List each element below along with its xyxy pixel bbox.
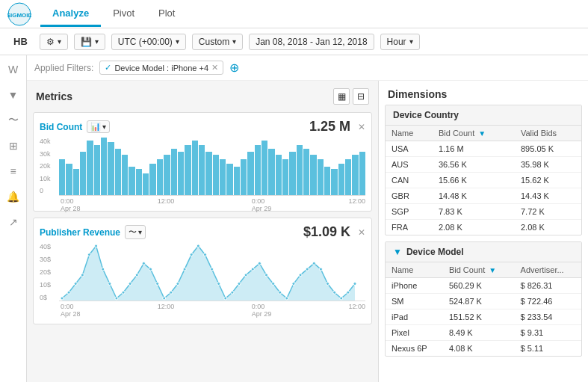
bar-item — [157, 159, 163, 195]
bar-item — [226, 164, 232, 195]
table-row: iPhone 560.29 K $ 826.31 — [386, 278, 581, 294]
filter-chip-device-model[interactable]: ✓ Device Model : iPhone +4 ✕ — [99, 61, 223, 75]
settings-button[interactable]: ⚙ ▾ — [40, 34, 68, 50]
x-label-apr28-12: 12:00 — [158, 197, 175, 212]
bar-item — [352, 155, 358, 195]
sidebar-icon-grid[interactable]: ⊞ — [5, 138, 22, 154]
sidebar-icon-chart[interactable]: 〜 — [5, 112, 22, 129]
svg-point-15 — [149, 268, 152, 271]
y-label-0: 0 — [40, 187, 58, 194]
svg-point-18 — [170, 291, 173, 294]
svg-point-12 — [129, 283, 131, 286]
date-range-selector[interactable]: Jan 08, 2018 - Jan 12, 2018 — [249, 34, 374, 50]
nav-tab-pivot[interactable]: Pivot — [101, 1, 146, 27]
table-row: AUS 36.56 K 35.98 K — [386, 157, 581, 173]
model-advertiser: $ 9.31 — [515, 325, 581, 341]
svg-point-44 — [347, 291, 350, 294]
svg-point-33 — [272, 283, 275, 286]
range-type-selector[interactable]: Custom ▾ — [192, 34, 243, 50]
country-name: FRA — [386, 220, 433, 235]
device-country-col-name: Name — [386, 126, 433, 141]
top-navigation: SIGMOID Analyze Pivot Plot — [0, 0, 588, 28]
bar-item — [255, 145, 261, 195]
nav-tab-analyze[interactable]: Analyze — [40, 1, 101, 27]
granularity-selector[interactable]: Hour ▾ — [380, 34, 420, 50]
model-advertiser: $ 826.31 — [515, 278, 581, 294]
bid-count-title: Bid Count — [40, 122, 82, 132]
bar-item — [94, 145, 100, 195]
country-valid-bids: 895.05 K — [515, 141, 581, 157]
svg-point-17 — [163, 297, 166, 300]
publisher-revenue-close[interactable]: ✕ — [358, 227, 365, 238]
left-sidebar: W ▼ 〜 ⊞ ≡ 🔔 ↗ — [0, 55, 27, 382]
rev-y-label-20: 20$ — [40, 268, 58, 276]
model-name: SM — [386, 294, 443, 309]
bar-item — [261, 141, 267, 195]
svg-point-39 — [312, 262, 315, 265]
publisher-revenue-type-selector[interactable]: 〜 ▾ — [125, 225, 146, 239]
metrics-view-table[interactable]: ▦ — [333, 88, 350, 105]
sidebar-icon-bell[interactable]: 🔔 — [5, 188, 22, 205]
bid-count-type-selector[interactable]: 📊 ▾ — [87, 120, 110, 133]
bar-item — [276, 155, 282, 195]
bar-item — [178, 152, 184, 195]
bid-count-chart-card: Bid Count 📊 ▾ 1.25 M ✕ — [33, 112, 372, 212]
timezone-selector[interactable]: UTC (+00:00) ▾ — [111, 34, 186, 50]
sidebar-icon-w[interactable]: W — [5, 61, 22, 78]
svg-point-41 — [327, 283, 329, 286]
svg-point-11 — [122, 291, 125, 294]
svg-point-45 — [353, 283, 356, 286]
rev-y-label-30: 30$ — [40, 256, 58, 263]
svg-point-30 — [251, 268, 254, 271]
svg-point-9 — [108, 283, 111, 286]
svg-point-4 — [74, 283, 77, 286]
svg-point-24 — [211, 268, 214, 271]
table-row: SM 524.87 K $ 722.46 — [386, 294, 581, 309]
sidebar-icon-filter[interactable]: ▼ — [5, 87, 22, 103]
model-bid-count: 524.87 K — [443, 294, 515, 309]
y-label-20k: 20k — [40, 162, 58, 170]
country-valid-bids: 2.08 K — [515, 220, 581, 235]
metrics-view-split[interactable]: ⊟ — [353, 88, 369, 105]
nav-tab-plot[interactable]: Plot — [146, 1, 187, 27]
svg-point-19 — [176, 283, 179, 286]
svg-point-13 — [135, 274, 138, 277]
svg-point-10 — [115, 297, 118, 300]
device-model-col-bid-count[interactable]: Bid Count ▼ — [443, 262, 515, 278]
filters-label: Applied Filters: — [34, 63, 93, 73]
model-advertiser: $ 233.54 — [515, 309, 581, 325]
model-bid-count: 560.29 K — [443, 278, 515, 294]
bid-count-close[interactable]: ✕ — [358, 122, 365, 132]
sidebar-icon-list[interactable]: ≡ — [5, 163, 22, 179]
filter-close-button[interactable]: ✕ — [211, 63, 218, 73]
bar-item — [220, 159, 226, 195]
svg-point-35 — [285, 297, 288, 300]
rev-x-label-apr28-12: 12:00 — [158, 303, 175, 318]
svg-point-20 — [183, 268, 186, 271]
svg-point-32 — [264, 274, 267, 277]
bar-item — [122, 155, 128, 195]
add-filter-button[interactable]: ⊕ — [229, 61, 239, 75]
x-label-apr28-0: 0:00Apr 28 — [61, 197, 81, 212]
sidebar-icon-share[interactable]: ↗ — [5, 214, 22, 230]
country-valid-bids: 7.72 K — [515, 204, 581, 220]
country-bid-count: 15.66 K — [433, 173, 515, 188]
bar-item — [129, 167, 134, 196]
device-country-col-bid-count[interactable]: Bid Count ▼ — [433, 126, 515, 141]
bar-item — [234, 167, 240, 196]
device-country-header: Device Country — [386, 105, 581, 126]
svg-point-36 — [292, 283, 295, 286]
model-name: Pixel — [386, 325, 443, 341]
save-button[interactable]: 💾 ▾ — [74, 34, 105, 50]
nav-tabs: Analyze Pivot Plot — [40, 1, 187, 27]
toolbar: HB ⚙ ▾ 💾 ▾ UTC (+00:00) ▾ Custom ▾ Jan 0… — [0, 28, 588, 55]
model-advertiser: $ 5.11 — [515, 341, 581, 357]
rev-x-label-apr29-12: 12:00 — [348, 303, 365, 318]
bar-item — [359, 152, 365, 195]
table-row: CAN 15.66 K 15.62 K — [386, 173, 581, 188]
bar-item — [297, 145, 303, 195]
bar-item — [101, 138, 107, 195]
model-bid-count: 4.08 K — [443, 341, 515, 357]
check-icon: ✓ — [105, 63, 111, 73]
bar-item — [185, 145, 191, 195]
